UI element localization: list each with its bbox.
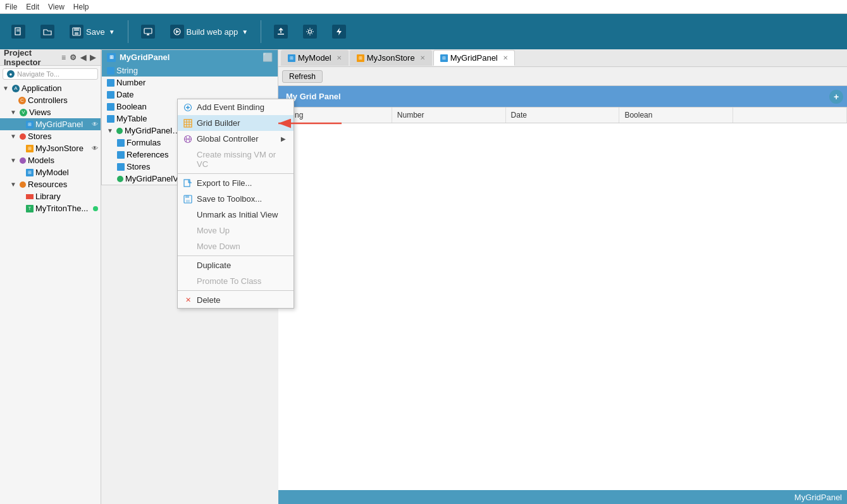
mytable-icon xyxy=(107,115,114,123)
unmark-icon xyxy=(183,210,193,220)
left-panel: Project Inspector ≡ ⚙ ◀ ▶ ● Navigate To.… xyxy=(0,49,101,504)
navigate-input[interactable]: ● Navigate To... xyxy=(3,68,98,80)
context-panel-title: MyGridPanel xyxy=(120,52,170,62)
toolbar-sep-1 xyxy=(128,20,128,43)
new-button[interactable] xyxy=(6,22,30,41)
build-label: Build web app xyxy=(187,27,238,37)
grid-add-button[interactable]: + xyxy=(829,90,843,104)
col-number: Number xyxy=(392,108,506,123)
menu-save-toolbox-label: Save to Toolbox... xyxy=(197,194,262,204)
menu-delete[interactable]: ✕ Delete xyxy=(178,292,294,308)
controller-icon: C xyxy=(18,97,26,104)
save-dropdown-arrow[interactable]: ▼ xyxy=(109,28,115,35)
project-inspector-header: Project Inspector ≡ ⚙ ◀ ▶ xyxy=(0,49,101,66)
menu-add-event-binding[interactable]: Add Event Binding xyxy=(178,99,294,115)
tree-item-myjsonstore[interactable]: ⊞ MyJsonStore 👁 xyxy=(0,142,101,154)
tree-item-mytriton[interactable]: T MyTritonThe... xyxy=(0,202,101,214)
red-arrow-indicator xyxy=(272,114,348,133)
context-item-string[interactable]: String xyxy=(102,65,278,77)
menu-duplicate[interactable]: Duplicate xyxy=(178,257,294,273)
prev-icon[interactable]: ◀ xyxy=(79,52,87,63)
tree-item-resources[interactable]: ▼ Resources xyxy=(0,178,101,190)
views-icon: V xyxy=(20,109,27,116)
tab-mygridpanel[interactable]: ⊞ MyGridPanel ✕ xyxy=(433,50,515,66)
menu-save-toolbox[interactable]: Save to Toolbox... xyxy=(178,191,294,207)
tab-mymodel[interactable]: ⊞ MyModel ✕ xyxy=(281,50,349,66)
expand-views: ▼ xyxy=(10,109,18,116)
menu-edit[interactable]: Edit xyxy=(26,3,39,11)
references-icon xyxy=(117,151,125,159)
expand-models: ▼ xyxy=(10,157,18,164)
tree-item-views[interactable]: ▼ V Views xyxy=(0,106,101,118)
build-dropdown-arrow[interactable]: ▼ xyxy=(242,28,248,35)
main-toolbar: Save ▼ Build web app ▼ xyxy=(0,14,847,49)
menu-file[interactable]: File xyxy=(5,3,17,11)
content-toolbar: Refresh xyxy=(278,67,847,86)
menu-move-up: Move Up xyxy=(178,223,294,238)
next-icon[interactable]: ▶ xyxy=(89,52,97,63)
menu-global-controller[interactable]: Global Controller ▶ xyxy=(178,131,294,147)
sep-1 xyxy=(178,173,294,174)
tree-item-application[interactable]: ▼ A Application xyxy=(0,82,101,94)
list-icon[interactable]: ≡ xyxy=(60,52,67,63)
settings-panel-icon[interactable]: ⚙ xyxy=(68,52,78,63)
panel-header-icons: ≡ ⚙ ◀ ▶ xyxy=(60,52,97,63)
tree-label-mytriton: MyTritonThe... xyxy=(35,204,91,213)
open-button[interactable] xyxy=(35,22,59,41)
tree-item-models[interactable]: ▼ Models xyxy=(0,154,101,166)
save-button[interactable]: Save ▼ xyxy=(65,22,120,41)
tab-mygridpanel-close[interactable]: ✕ xyxy=(503,54,508,61)
tab-myjsonstore[interactable]: ⊞ MyJsonStore ✕ xyxy=(350,50,432,66)
svg-rect-28 xyxy=(186,200,190,202)
svg-marker-12 xyxy=(337,28,342,35)
create-missing-icon xyxy=(183,154,193,164)
string-icon xyxy=(107,67,114,75)
menu-global-controller-label: Global Controller xyxy=(197,134,259,144)
grid-title-row: My Grid Panel + xyxy=(278,86,847,108)
menu-view[interactable]: View xyxy=(48,3,65,11)
stores2-icon xyxy=(117,163,125,171)
move-down-icon xyxy=(183,242,193,252)
upload-icon xyxy=(274,25,288,39)
tree-item-library[interactable]: Library xyxy=(0,190,101,202)
menu-unmark-initial[interactable]: Unmark as Initial View xyxy=(178,207,294,223)
tree-item-mymodel[interactable]: ⊞ MyModel xyxy=(0,166,101,178)
tab-mygridpanel-label: MyGridPanel xyxy=(450,53,498,63)
tab-mymodel-close[interactable]: ✕ xyxy=(337,54,342,61)
eye-badge-2: 👁 xyxy=(92,145,98,152)
tree-item-stores[interactable]: ▼ Stores xyxy=(0,130,101,142)
tree-item-mygridpanel[interactable]: ⊞ MyGridPanel 👁 xyxy=(0,118,101,130)
tab-myjsonstore-close[interactable]: ✕ xyxy=(420,54,425,61)
menu-help[interactable]: Help xyxy=(73,3,89,11)
grid-status-bar: MyGridPanel xyxy=(278,490,847,504)
tree-item-controllers[interactable]: C Controllers xyxy=(0,94,101,106)
tree-label-library: Library xyxy=(35,192,61,201)
jsonstore-icon: ⊞ xyxy=(26,145,34,152)
context-label-mygridpanelview: MyGridPanelView... xyxy=(125,126,182,135)
build-button[interactable]: Build web app ▼ xyxy=(165,22,254,41)
settings-icon xyxy=(303,25,317,39)
settings-button[interactable] xyxy=(298,22,322,41)
tree-label-myjsonstore: MyJsonStore xyxy=(35,144,90,153)
refresh-button[interactable]: Refresh xyxy=(282,70,323,83)
context-panel-expand-icon[interactable]: ⬜ xyxy=(263,52,273,62)
menu-export-file[interactable]: Export to File... xyxy=(178,175,294,191)
context-item-number[interactable]: Number xyxy=(102,77,278,89)
navigate-circle-icon: ● xyxy=(7,70,15,78)
triton-icon: T xyxy=(26,205,34,212)
expand-application: ▼ xyxy=(3,85,10,92)
menu-move-down: Move Down xyxy=(178,238,294,254)
tree-label-application: Application xyxy=(22,83,62,93)
lightning-button[interactable] xyxy=(327,22,351,41)
tree-label-views: Views xyxy=(29,108,51,117)
upload-button[interactable] xyxy=(269,22,293,41)
navigate-placeholder: Navigate To... xyxy=(17,70,59,78)
monitor-button[interactable] xyxy=(136,22,160,41)
main-layout: Project Inspector ≡ ⚙ ◀ ▶ ● Navigate To.… xyxy=(0,49,847,504)
sep-2 xyxy=(178,255,294,256)
expand-stores: ▼ xyxy=(10,133,18,140)
tree-label-models: Models xyxy=(28,156,54,165)
svg-point-11 xyxy=(309,30,312,34)
status-label: MyGridPanel xyxy=(794,493,842,502)
save-toolbox-icon xyxy=(183,194,193,204)
